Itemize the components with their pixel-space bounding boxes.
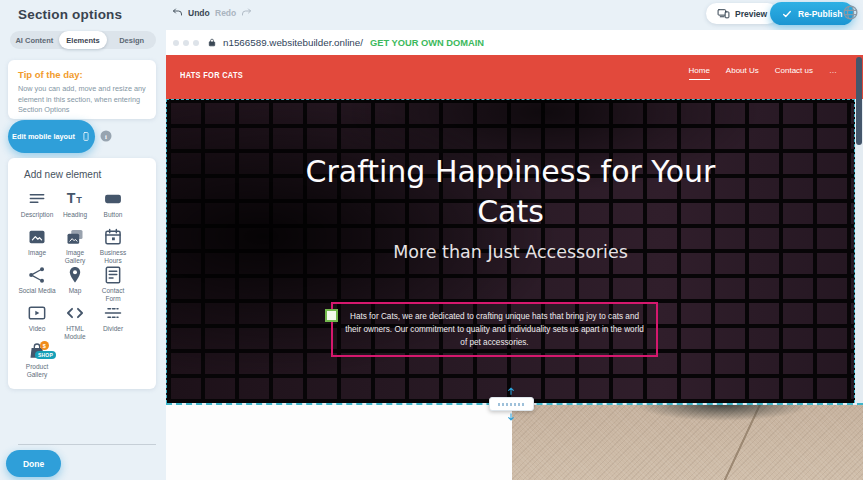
- element-label: Button: [104, 211, 123, 219]
- image-icon: [27, 227, 47, 247]
- hero-subheading[interactable]: More than Just Accessories: [167, 242, 854, 262]
- republish-label: Re-Publish: [798, 9, 842, 19]
- element-item[interactable]: Social Media: [18, 265, 56, 303]
- section-resize-handle[interactable]: [489, 397, 534, 411]
- nav-item[interactable]: Home: [689, 66, 710, 80]
- element-label: Image: [28, 249, 46, 257]
- nav-item[interactable]: …: [829, 66, 837, 80]
- element-item[interactable]: TT Heading: [56, 189, 94, 227]
- element-item[interactable]: HTML Module: [56, 303, 94, 341]
- browser-bar: n1566589.websitebuilder.online/ GET YOUR…: [166, 30, 863, 55]
- browser-dot: [193, 40, 199, 46]
- element-label: Contact Form: [94, 287, 132, 304]
- divider-icon: [103, 303, 123, 323]
- redo-button[interactable]: Redo: [215, 7, 252, 19]
- add-element-title: Add new element: [24, 169, 156, 180]
- arrow-up-icon: [506, 386, 516, 396]
- svg-text:T: T: [67, 190, 76, 206]
- element-label: Map: [69, 287, 82, 295]
- add-new-element-panel: Add new element Description TT Heading B…: [8, 158, 156, 389]
- element-item[interactable]: Image: [18, 227, 56, 265]
- arrow-down-icon: [506, 412, 516, 422]
- devices-icon: [717, 7, 730, 20]
- done-button[interactable]: Done: [6, 450, 61, 477]
- site-nav: Home About Us Contact us …: [689, 66, 838, 80]
- lock-icon: [207, 37, 217, 48]
- undo-icon: [172, 7, 184, 19]
- element-label: Social Media: [18, 287, 55, 295]
- form-icon: [103, 265, 123, 285]
- hero-body-text: Hats for Cats, we are dedicated to craft…: [345, 312, 644, 347]
- site-logo[interactable]: HATS FOR CATS: [180, 69, 243, 80]
- info-icon[interactable]: i: [100, 130, 112, 142]
- tip-title: Tip of the day:: [18, 69, 146, 80]
- text-lines-icon: [27, 189, 47, 209]
- map-pin-icon: [65, 265, 85, 285]
- svg-text:i: i: [105, 133, 107, 140]
- element-item[interactable]: Divider: [94, 303, 132, 341]
- cat-photo[interactable]: [512, 405, 863, 480]
- tip-body: Now you can add, move and resize any ele…: [18, 84, 146, 116]
- undo-button[interactable]: Undo: [172, 7, 210, 19]
- redo-label: Redo: [215, 8, 236, 18]
- svg-text:T: T: [76, 195, 82, 205]
- globe-icon[interactable]: [842, 4, 859, 21]
- nav-item[interactable]: Contact us: [775, 66, 813, 80]
- element-label: Business Hours: [94, 249, 132, 266]
- edit-mobile-layout-button[interactable]: Edit mobile layout: [8, 120, 95, 153]
- element-label: Heading: [63, 211, 87, 219]
- element-item[interactable]: Button: [94, 189, 132, 227]
- site-url: n1566589.websitebuilder.online/: [223, 37, 363, 48]
- heading-icon: TT: [65, 189, 85, 209]
- undo-label: Undo: [188, 8, 210, 18]
- element-item[interactable]: Video: [18, 303, 56, 341]
- calendar-icon: [103, 227, 123, 247]
- sidebar-tab[interactable]: Elements: [59, 31, 108, 49]
- video-icon: [27, 303, 47, 323]
- element-item[interactable]: Image Gallery: [56, 227, 94, 265]
- sidebar-tab[interactable]: AI Content: [10, 31, 59, 49]
- edit-mobile-label: Edit mobile layout: [12, 132, 75, 141]
- hero-text-block[interactable]: Hats for Cats, we are dedicated to craft…: [331, 302, 658, 357]
- hero-heading[interactable]: Crafting Happiness for Your Cats: [271, 152, 751, 232]
- drag-handle[interactable]: [325, 309, 338, 322]
- code-icon: [65, 303, 85, 323]
- element-item[interactable]: Map: [56, 265, 94, 303]
- button-icon: [103, 189, 123, 209]
- element-grid: Description TT Heading Button Image: [13, 189, 156, 379]
- next-section[interactable]: [166, 405, 512, 480]
- done-label: Done: [23, 459, 44, 469]
- check-icon: [782, 9, 792, 19]
- element-item[interactable]: SHOP Product Gallery: [18, 341, 56, 379]
- element-label: Divider: [103, 325, 123, 333]
- element-label: Image Gallery: [56, 249, 94, 266]
- element-label: Product Gallery: [18, 363, 56, 380]
- element-item[interactable]: Business Hours: [94, 227, 132, 265]
- page-title: Section options: [18, 7, 122, 22]
- shop-badge: SHOP: [35, 351, 56, 359]
- redo-icon: [240, 7, 252, 19]
- element-label: Video: [29, 325, 46, 333]
- browser-dot: [183, 40, 189, 46]
- element-label: Description: [21, 211, 54, 219]
- element-item[interactable]: Contact Form: [94, 265, 132, 303]
- preview-button[interactable]: Preview: [706, 3, 778, 24]
- element-item[interactable]: Description: [18, 189, 56, 227]
- scrollbar-thumb[interactable]: [856, 57, 862, 145]
- element-label: HTML Module: [56, 325, 94, 342]
- get-domain-link[interactable]: GET YOUR OWN DOMAIN: [370, 38, 484, 48]
- sidebar-tabs: AI Content Elements Design: [10, 31, 156, 49]
- sidebar-tab[interactable]: Design: [107, 31, 156, 49]
- browser-dot: [173, 40, 179, 46]
- preview-label: Preview: [735, 9, 767, 19]
- hero-section[interactable]: Crafting Happiness for Your Cats More th…: [166, 99, 855, 403]
- nav-item[interactable]: About Us: [726, 66, 759, 80]
- mobile-phone-icon: [81, 129, 91, 144]
- share-icon: [27, 265, 47, 285]
- image-gallery-icon: [65, 227, 85, 247]
- site-header: HATS FOR CATS Home About Us Contact us …: [166, 55, 863, 99]
- tip-of-the-day-card: Tip of the day: Now you can add, move an…: [8, 60, 156, 119]
- sidebar-divider: [18, 444, 156, 445]
